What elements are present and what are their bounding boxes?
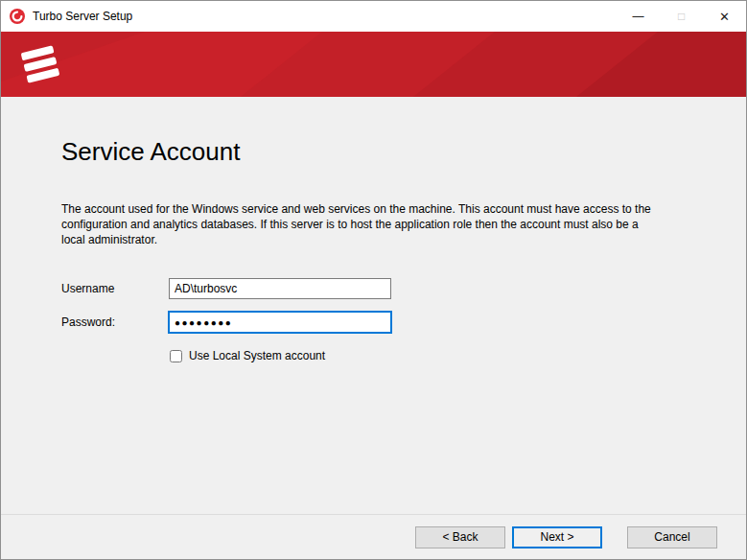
page-title: Service Account (61, 137, 686, 167)
service-account-form: Username Password: Use Local System acco… (61, 278, 686, 362)
installer-window: Turbo Server Setup — □ ✕ Service Account (0, 0, 747, 560)
window-title: Turbo Server Setup (33, 10, 617, 23)
local-system-row: Use Local System account (169, 349, 686, 362)
maximize-button: □ (660, 1, 703, 32)
turbo-logo-icon (18, 42, 62, 90)
app-icon (10, 9, 25, 24)
banner (1, 32, 746, 97)
dialog-content: Service Account The account used for the… (1, 137, 746, 362)
username-label: Username (61, 282, 169, 295)
title-bar: Turbo Server Setup — □ ✕ (1, 1, 746, 32)
footer: < Back Next > Cancel (1, 514, 746, 559)
minimize-button[interactable]: — (617, 1, 660, 32)
password-row: Password: (61, 312, 686, 333)
description: The account used for the Windows service… (61, 201, 658, 247)
close-button[interactable]: ✕ (703, 1, 746, 32)
username-input[interactable] (169, 278, 391, 299)
username-row: Username (61, 278, 686, 299)
password-input[interactable] (169, 312, 391, 333)
cancel-button[interactable]: Cancel (627, 526, 717, 548)
local-system-checkbox-label: Use Local System account (189, 349, 325, 362)
password-label: Password: (61, 315, 169, 329)
next-button[interactable]: Next > (512, 526, 602, 548)
banner-pattern (1, 32, 746, 97)
local-system-checkbox[interactable] (170, 350, 182, 362)
back-button[interactable]: < Back (415, 526, 505, 548)
